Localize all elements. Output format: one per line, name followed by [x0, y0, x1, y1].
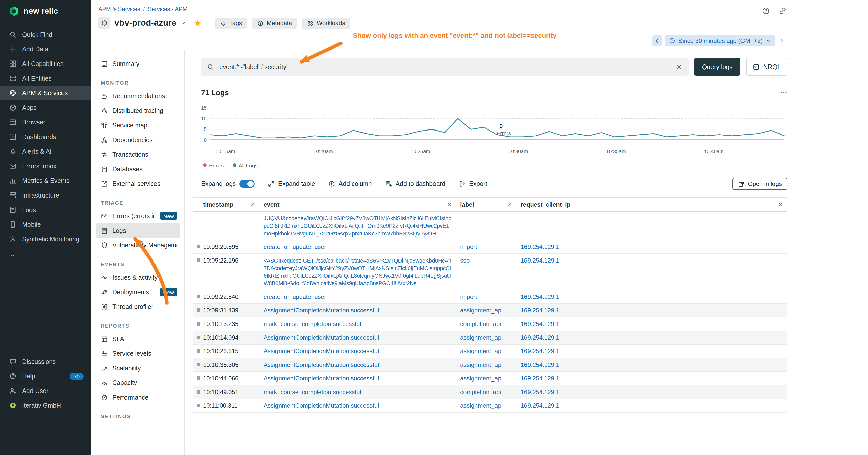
label-link[interactable]: sso: [460, 257, 469, 264]
event-link[interactable]: create_or_update_user: [264, 293, 326, 300]
log-row[interactable]: JUQVU&code=eyJraWQiOiJjcGltY29yZV8wOTl1M…: [193, 212, 787, 240]
event-link[interactable]: AssignmentCompletionMutation successful: [264, 402, 379, 409]
sidebar-item-add-data[interactable]: Add Data: [0, 42, 91, 57]
breadcrumb-apm-services[interactable]: APM & Services: [98, 6, 140, 12]
column-header-label[interactable]: label: [456, 201, 517, 208]
ip-link[interactable]: 169.254.129.1: [521, 375, 559, 382]
sidebar-item-alerts-ai[interactable]: Alerts & AI: [0, 144, 91, 159]
label-link[interactable]: assignment_api: [460, 307, 502, 314]
expand-logs-toggle[interactable]: Expand logs: [201, 180, 254, 188]
event-link[interactable]: mark_course_completion successful: [264, 389, 361, 395]
sidebar-item-iterativ-gmbh[interactable]: Iterativ GmbH: [0, 398, 91, 413]
subnav-item-capacity[interactable]: Capacity: [96, 376, 181, 390]
more-options-icon[interactable]: [780, 89, 787, 96]
sidebar-item-errors-inbox[interactable]: Errors Inbox: [0, 159, 91, 173]
ip-link[interactable]: 169.254.129.1: [521, 334, 559, 341]
clear-query-icon[interactable]: [676, 64, 682, 70]
row-marker-icon[interactable]: [196, 295, 200, 298]
entity-chevron-down-icon[interactable]: [181, 20, 186, 26]
sidebar-item-discussions[interactable]: Discussions: [0, 354, 91, 369]
export-button[interactable]: Export: [459, 181, 487, 188]
ip-link[interactable]: 169.254.129.1: [521, 257, 559, 264]
entity-name[interactable]: vbv-prod-azure: [115, 18, 177, 28]
row-marker-icon[interactable]: [196, 335, 200, 339]
subnav-item-vulnerability-management[interactable]: Vulnerability Management: [96, 238, 181, 253]
ip-link[interactable]: 169.254.129.1: [521, 307, 559, 314]
sidebar-item-metrics-events[interactable]: Metrics & Events: [0, 173, 91, 188]
log-row[interactable]: 10:09:22.540create_or_update_userimport1…: [193, 290, 787, 304]
log-row[interactable]: 10:10:23.815AssignmentCompletionMutation…: [193, 345, 787, 358]
row-marker-icon[interactable]: [196, 363, 200, 366]
log-row[interactable]: 10:10:44.066AssignmentCompletionMutation…: [193, 372, 787, 386]
log-row[interactable]: 10:09:31.439AssignmentCompletionMutation…: [193, 304, 787, 318]
event-link[interactable]: mark_course_completion successful: [264, 321, 361, 327]
logs-query-input[interactable]: event:* -"label":"security": [201, 58, 688, 75]
label-link[interactable]: assignment_api: [460, 375, 502, 382]
column-header-request-client-ip[interactable]: request_client_ip: [517, 201, 787, 208]
event-link[interactable]: JUQVU&code=eyJraWQiOiJjcGltY29yZV8wOTl1M…: [264, 215, 452, 236]
remove-column-icon[interactable]: [778, 201, 783, 207]
tags-button[interactable]: Tags: [215, 18, 247, 29]
label-link[interactable]: completion_api: [460, 389, 501, 395]
sidebar-item-logs[interactable]: Logs: [0, 202, 91, 217]
event-link[interactable]: create_or_update_user: [264, 243, 326, 251]
subnav-item-recommendations[interactable]: Recommendations: [96, 89, 181, 103]
subnav-item-service-levels[interactable]: Service levels: [96, 346, 181, 361]
subnav-item-deployments[interactable]: DeploymentsNew: [96, 285, 181, 299]
row-marker-icon[interactable]: [196, 390, 200, 393]
ip-link[interactable]: 169.254.129.1: [521, 321, 559, 327]
sidebar-item-apps[interactable]: Apps: [0, 100, 91, 115]
workloads-button[interactable]: Workloads: [302, 18, 350, 29]
sidebar-item-help[interactable]: Help70: [0, 369, 91, 384]
row-marker-icon[interactable]: [196, 377, 200, 380]
subnav-item-logs[interactable]: Logs: [96, 223, 181, 238]
legend-errors[interactable]: Errors: [203, 162, 223, 168]
subnav-item-external-services[interactable]: External services: [96, 176, 181, 191]
ip-link[interactable]: 169.254.129.1: [521, 293, 559, 300]
sidebar-item-add-user[interactable]: Add User: [0, 384, 91, 398]
time-picker[interactable]: Since 30 minutes ago (GMT+2): [665, 35, 775, 46]
sidebar-item-browser[interactable]: Browser: [0, 115, 91, 130]
sidebar-item-synthetic-monitoring[interactable]: Synthetic Monitoring: [0, 232, 91, 247]
label-link[interactable]: assignment_api: [460, 334, 502, 341]
time-prev-button[interactable]: [652, 35, 662, 46]
row-marker-icon[interactable]: [196, 259, 200, 262]
row-marker-icon[interactable]: [196, 245, 200, 249]
favorite-star-icon[interactable]: [193, 19, 202, 27]
subnav-item-service-map[interactable]: Service map: [96, 118, 181, 132]
subnav-item-dependencies[interactable]: Dependencies: [96, 132, 181, 147]
event-link[interactable]: AssignmentCompletionMutation successful: [264, 348, 379, 355]
legend-all-logs[interactable]: All Logs: [232, 162, 257, 168]
permalink-icon[interactable]: [778, 6, 787, 15]
row-marker-icon[interactable]: [196, 322, 200, 325]
sidebar-item-mobile[interactable]: Mobile: [0, 217, 91, 232]
log-row[interactable]: 10:09:20.895create_or_update_userimport1…: [193, 240, 787, 254]
sidebar-item-quick-find[interactable]: Quick Find: [0, 27, 91, 42]
time-next-chevron-icon[interactable]: [778, 37, 785, 44]
ip-link[interactable]: 169.254.129.1: [521, 348, 559, 355]
help-circle-icon[interactable]: [762, 6, 770, 15]
subnav-item-issues-activity[interactable]: Issues & activity: [96, 270, 181, 285]
label-link[interactable]: import: [460, 293, 477, 300]
log-row[interactable]: 10:10:35.305AssignmentCompletionMutation…: [193, 358, 787, 372]
subnav-item-summary[interactable]: Summary: [96, 57, 181, 71]
label-link[interactable]: assignment_api: [460, 402, 502, 409]
column-header-timestamp[interactable]: timestamp: [193, 201, 259, 208]
subnav-item-scalability[interactable]: Scalability: [96, 361, 181, 376]
subnav-item-distributed-tracing[interactable]: Distributed tracing: [96, 103, 181, 118]
subnav-item-thread-profiler[interactable]: Thread profiler: [96, 299, 181, 314]
log-row[interactable]: 10:10:14.094AssignmentCompletionMutation…: [193, 331, 787, 345]
row-marker-icon[interactable]: [196, 308, 200, 312]
open-in-logs-button[interactable]: Open in logs: [732, 178, 787, 190]
nrql-button[interactable]: NRQL: [746, 58, 787, 75]
sidebar-item-infrastructure[interactable]: Infrastructure: [0, 188, 91, 202]
event-link[interactable]: <ASGIRequest: GET '/sso/callback/?state=…: [264, 258, 451, 286]
row-marker-icon[interactable]: [196, 349, 200, 353]
add-to-dashboard-button[interactable]: Add to dashboard: [385, 181, 445, 188]
sidebar-item-item[interactable]: ...: [0, 247, 91, 261]
subnav-item-sla[interactable]: SLA: [96, 331, 181, 346]
toggle-on-icon[interactable]: [240, 180, 254, 188]
sidebar-item-dashboards[interactable]: Dashboards: [0, 130, 91, 144]
log-row[interactable]: 10:09:22.196<ASGIRequest: GET '/sso/call…: [193, 254, 787, 290]
label-link[interactable]: completion_api: [460, 321, 501, 327]
